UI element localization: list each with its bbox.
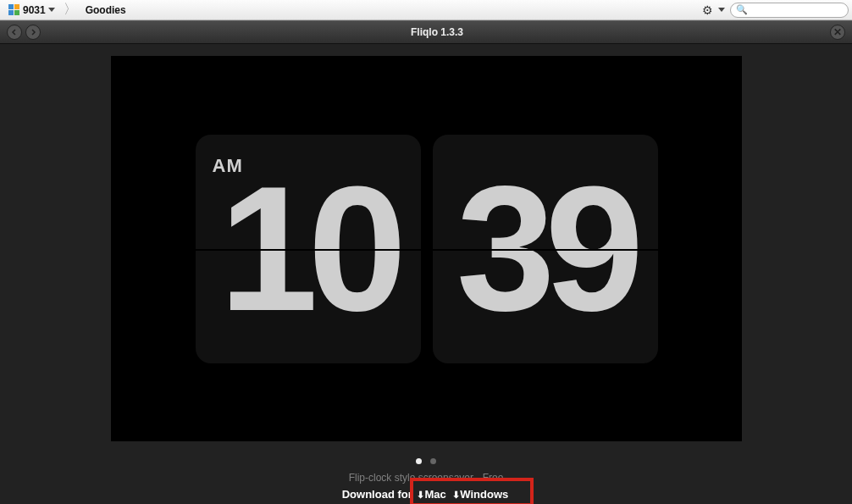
download-label: Download for: [342, 488, 412, 501]
content-area: AM 10 39 Flip-clock style screensaver - …: [0, 44, 852, 504]
hours-digits: 10: [219, 160, 397, 338]
forward-button[interactable]: [25, 25, 41, 40]
download-mac-label: Mac: [424, 488, 445, 501]
search-box[interactable]: 🔍: [730, 3, 849, 18]
dot-2[interactable]: [430, 458, 436, 464]
breadcrumb-divider: 〉: [62, 1, 79, 19]
minutes-digits: 39: [456, 160, 634, 338]
back-button[interactable]: [7, 25, 22, 40]
dot-1[interactable]: [416, 458, 422, 464]
breadcrumb-label: Goodies: [86, 4, 126, 16]
download-icon: ⬇: [452, 490, 460, 500]
toolbar-right: ⚙ 🔍: [702, 3, 849, 18]
page-title: Fliqlo 1.3.3: [411, 26, 463, 38]
close-button[interactable]: ✕: [830, 25, 845, 40]
download-row: Download for ⬇Mac ⬇Windows: [0, 488, 852, 501]
flip-hours: AM 10: [196, 135, 421, 363]
download-windows-label: Windows: [460, 488, 508, 501]
pagination-dots: [0, 458, 852, 464]
search-icon: 🔍: [736, 4, 748, 15]
flip-clock: AM 10 39: [196, 135, 658, 363]
browser-toolbar: 9031 〉 Goodies ⚙ 🔍: [0, 0, 852, 20]
grid-icon: [8, 4, 20, 16]
site-id-label: 9031: [23, 4, 46, 16]
download-windows-link[interactable]: ⬇Windows: [452, 488, 508, 501]
site-menu[interactable]: 9031: [3, 3, 60, 18]
gear-icon[interactable]: ⚙: [702, 3, 713, 17]
caption-text: Flip-clock style screensaver - Free: [0, 472, 852, 484]
ampm-label: AM: [213, 155, 243, 177]
flip-minutes: 39: [433, 135, 658, 363]
search-input[interactable]: [751, 5, 852, 15]
breadcrumb-goodies[interactable]: Goodies: [80, 3, 131, 18]
download-mac-link[interactable]: ⬇Mac: [417, 488, 449, 501]
breadcrumb: 9031 〉 Goodies: [3, 1, 131, 19]
chevron-down-icon[interactable]: [718, 8, 725, 12]
screensaver-preview: AM 10 39: [111, 56, 742, 441]
preview-titlebar: Fliqlo 1.3.3 ✕: [0, 20, 852, 44]
chevron-down-icon: [48, 8, 55, 12]
